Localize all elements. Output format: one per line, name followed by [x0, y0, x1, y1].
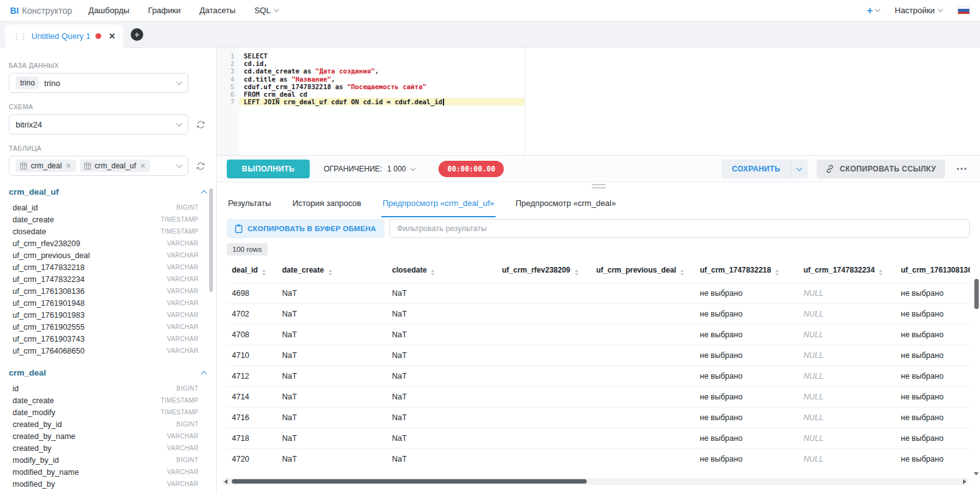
table-row: 4712NaTNaTне выбраноNULLне выбрано: [227, 366, 970, 387]
chevron-down-icon: [177, 79, 183, 85]
refresh-tables-button[interactable]: [193, 161, 207, 171]
field-row-crm_deal-modified_by_name[interactable]: modified_by_nameVARCHAR: [9, 466, 207, 478]
nav-item-дашборды[interactable]: Дашборды: [89, 6, 129, 15]
column-header-uf_crm_previous_deal[interactable]: uf_crm_previous_deal: [591, 259, 695, 283]
field-row-crm_deal-date_create[interactable]: date_createTIMESTAMP: [9, 394, 207, 406]
table-cell: [497, 304, 591, 325]
toolbar-right: СОХРАНИТЬ СКОПИРОВАТЬ ССЫЛКУ ⋯: [722, 160, 970, 178]
table-body: 4698NaTNaTне выбраноNULLне выбрано4702Na…: [227, 283, 970, 470]
rows-count-badge: 100 rows: [227, 243, 268, 256]
remove-tag-icon[interactable]: ✕: [65, 162, 71, 170]
query-tabstrip: ⋮⋮ Untitled Query 1 ✕ +: [0, 21, 980, 48]
code-line-3: cd.date_create as "Дата создания",: [239, 67, 525, 75]
language-flag-icon[interactable]: [957, 6, 970, 14]
field-row-crm_deal-id[interactable]: idBIGINT: [9, 382, 207, 394]
table-select-row: crm_deal✕crm_deal_uf✕: [9, 156, 207, 176]
filter-results-input[interactable]: [389, 219, 970, 238]
schema-select[interactable]: bitrix24: [9, 114, 188, 134]
section-header-crm_deal_uf[interactable]: crm_deal_uf: [9, 187, 206, 197]
table-row: 4718NaTNaTне выбраноNULLне выбрано: [227, 428, 970, 449]
field-row-crm_deal_uf-uf_crm_1761308136[interactable]: uf_crm_1761308136VARCHAR: [9, 285, 207, 297]
column-header-closedate[interactable]: closedate: [387, 259, 497, 283]
settings-label: Настройки: [895, 6, 935, 15]
field-row-crm_deal_uf-uf_crm_1761903743[interactable]: uf_crm_1761903743VARCHAR: [9, 333, 207, 345]
column-header-uf_crm_rfev238209[interactable]: uf_crm_rfev238209: [497, 259, 591, 283]
field-row-crm_deal-date_modify[interactable]: date_modifyTIMESTAMP: [9, 406, 207, 418]
field-row-crm_deal_uf-uf_crm_1747832218[interactable]: uf_crm_1747832218VARCHAR: [9, 261, 207, 273]
vertical-scrollbar[interactable]: [974, 279, 979, 467]
table-cell: 4698: [227, 283, 277, 304]
field-row-crm_deal_uf-uf_crm_1761901948[interactable]: uf_crm_1761901948VARCHAR: [9, 297, 207, 309]
vertical-scrollbar-thumb[interactable]: [974, 279, 979, 309]
save-button[interactable]: СОХРАНИТЬ: [722, 160, 790, 178]
splitter-grip-handle[interactable]: [592, 184, 606, 188]
field-row-crm_deal_uf-uf_crm_rfev238209[interactable]: uf_crm_rfev238209VARCHAR: [9, 237, 207, 249]
nav-menu: ДашбордыГрафикиДатасетыSQL: [89, 6, 278, 15]
table-tag-crm_deal_uf[interactable]: crm_deal_uf✕: [80, 160, 150, 172]
result-tab-2[interactable]: Предпросмотр «crm_deal_uf»: [381, 190, 496, 217]
query-timer-badge: 00:00:00.00: [438, 161, 504, 177]
create-new-button[interactable]: +: [867, 5, 879, 16]
field-row-crm_deal_uf-uf_crm_1764068650[interactable]: uf_crm_1764068650VARCHAR: [9, 345, 207, 357]
sidebar-scrollbar[interactable]: [209, 188, 213, 292]
column-header-uf_crm_1747832218[interactable]: uf_crm_1747832218: [695, 259, 798, 283]
nav-item-графики[interactable]: Графики: [148, 6, 181, 15]
field-row-crm_deal_uf-closedate[interactable]: closedateTIMESTAMP: [9, 225, 207, 237]
result-tab-1[interactable]: История запросов: [291, 190, 362, 217]
column-header-deal_id[interactable]: deal_id: [227, 259, 277, 283]
table-cell: 4702: [227, 304, 277, 325]
result-tab-0[interactable]: Результаты: [227, 190, 272, 217]
table-multiselect[interactable]: crm_deal✕crm_deal_uf✕: [9, 156, 188, 176]
editor-code-pane: SELECTcd.id,cd.date_create as "Дата созд…: [239, 48, 525, 155]
close-tab-icon[interactable]: ✕: [109, 31, 116, 41]
scroll-down-icon[interactable]: [974, 472, 979, 475]
chevron-up-icon: [201, 190, 207, 197]
scroll-right-icon[interactable]: [963, 479, 966, 484]
scroll-left-icon[interactable]: [224, 479, 227, 484]
database-select[interactable]: trino trino: [9, 73, 188, 93]
field-row-crm_deal_uf-deal_id[interactable]: deal_idBIGINT: [9, 202, 207, 214]
copy-to-clipboard-button[interactable]: СКОПИРОВАТЬ В БУФЕР ОБМЕНА: [227, 219, 384, 238]
table-cell: 4718: [227, 428, 277, 449]
sql-editor[interactable]: 1234567 SELECTcd.id,cd.date_create as "Д…: [217, 48, 980, 156]
remove-tag-icon[interactable]: ✕: [140, 162, 146, 170]
query-tab-untitled-query-1[interactable]: ⋮⋮ Untitled Query 1 ✕: [5, 24, 123, 48]
nav-item-датасеты[interactable]: Датасеты: [200, 6, 236, 15]
table-tag-crm_deal[interactable]: crm_deal✕: [16, 160, 76, 172]
copy-link-button[interactable]: СКОПИРОВАТЬ ССЫЛКУ: [817, 160, 945, 178]
more-actions-button[interactable]: ⋯: [954, 162, 970, 175]
field-row-crm_deal_uf-uf_crm_1747832234[interactable]: uf_crm_1747832234VARCHAR: [9, 273, 207, 285]
column-header-date_create[interactable]: date_create: [277, 259, 387, 283]
drag-handle-icon[interactable]: ⋮⋮: [13, 31, 26, 41]
table-cell: не выбрано: [695, 408, 798, 428]
horizontal-scrollbar-thumb[interactable]: [232, 479, 587, 484]
save-options-button[interactable]: [790, 160, 808, 178]
nav-item-sql[interactable]: SQL: [254, 6, 278, 15]
code-line-7: LEFT JOIN crm_deal_uf cduf ON cd.id = cd…: [239, 98, 525, 106]
column-header-uf_crm_1761308136[interactable]: uf_crm_1761308136: [896, 259, 970, 283]
field-row-crm_deal_uf-date_create[interactable]: date_createTIMESTAMP: [9, 214, 207, 225]
field-row-crm_deal-created_by[interactable]: created_byVARCHAR: [9, 442, 207, 454]
database-tag: trino: [16, 77, 39, 89]
section-header-crm_deal[interactable]: crm_deal: [9, 368, 206, 377]
field-row-crm_deal-created_by_id[interactable]: created_by_idBIGINT: [9, 418, 207, 430]
field-row-crm_deal_uf-uf_crm_1761901983[interactable]: uf_crm_1761901983VARCHAR: [9, 309, 207, 321]
field-row-crm_deal_uf-uf_crm_previous_deal[interactable]: uf_crm_previous_dealVARCHAR: [9, 249, 207, 261]
database-select-row: trino trino: [9, 73, 207, 93]
refresh-schema-button[interactable]: [193, 120, 207, 129]
field-row-crm_deal-assigned_by_id[interactable]: assigned_by_idBIGINT: [9, 490, 207, 493]
field-row-crm_deal-created_by_name[interactable]: created_by_nameVARCHAR: [9, 430, 207, 442]
settings-menu[interactable]: Настройки: [895, 6, 942, 15]
limit-dropdown[interactable]: ОГРАНИЧЕНИЕ: 1 000: [324, 165, 415, 173]
field-row-crm_deal-modify_by_id[interactable]: modify_by_idBIGINT: [9, 454, 207, 466]
result-tab-3[interactable]: Предпросмотр «crm_deal»: [514, 190, 618, 217]
add-query-tab-button[interactable]: +: [131, 28, 143, 41]
run-query-button[interactable]: ВЫПОЛНИТЬ: [227, 160, 310, 178]
field-row-crm_deal_uf-uf_crm_1761902555[interactable]: uf_crm_1761902555VARCHAR: [9, 321, 207, 333]
horizontal-scrollbar[interactable]: [222, 478, 969, 485]
table-cell: 4708: [227, 325, 277, 345]
table-cell: [591, 345, 695, 366]
column-header-uf_crm_1747832234[interactable]: uf_crm_1747832234: [798, 259, 896, 283]
field-row-crm_deal-modified_by[interactable]: modified_byVARCHAR: [9, 478, 207, 490]
app-logo[interactable]: BI Конструктор: [10, 6, 72, 16]
